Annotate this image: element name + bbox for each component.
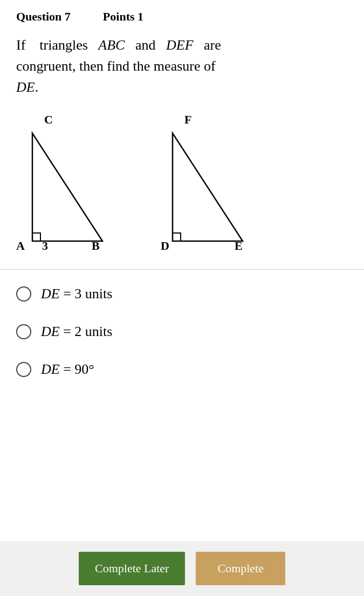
question-text: If triangles ABC and DEF are congruent, … <box>0 29 364 107</box>
radio-2[interactable] <box>16 324 31 339</box>
text-abc: ABC <box>98 37 125 53</box>
option-1[interactable]: DE = 3 units <box>16 286 348 302</box>
side-3-label: 3 <box>42 239 48 253</box>
vertex-e-label: E <box>235 239 243 253</box>
text-triangles: triangles <box>39 37 88 53</box>
vertex-a-label: A <box>16 239 25 253</box>
svg-marker-0 <box>32 133 102 241</box>
header: Question 7 Points 1 <box>0 0 364 29</box>
diagrams-area: C A 3 B F D E <box>0 107 364 269</box>
svg-marker-1 <box>173 133 243 241</box>
text-are-congruent: are <box>204 37 221 53</box>
question-label: Question 7 <box>16 10 71 24</box>
diagram-def: F D E <box>156 113 253 253</box>
vertex-b-label: B <box>92 239 100 253</box>
radio-1[interactable] <box>16 286 31 302</box>
text-rest: congruent, then find the measure of <box>16 58 216 74</box>
divider <box>0 269 364 270</box>
option-2-label: DE = 2 units <box>41 324 112 340</box>
complete-button[interactable]: Complete <box>196 552 285 585</box>
text-period: . <box>35 79 39 95</box>
points-label: Points 1 <box>103 10 143 24</box>
option-1-label: DE = 3 units <box>41 286 112 302</box>
options-area: DE = 3 units DE = 2 units DE = 90° <box>0 280 364 394</box>
option-3-label: DE = 90° <box>41 361 94 378</box>
radio-3[interactable] <box>16 362 31 377</box>
option-3[interactable]: DE = 90° <box>16 361 348 378</box>
diagram-abc: C A 3 B <box>16 113 113 253</box>
text-and: and <box>135 37 156 53</box>
complete-later-button[interactable]: Complete Later <box>79 552 185 585</box>
text-def: DEF <box>166 37 194 53</box>
text-if: If <box>16 37 25 53</box>
option-2[interactable]: DE = 2 units <box>16 324 348 340</box>
vertex-d-label: D <box>161 239 169 253</box>
footer: Complete Later Complete <box>0 541 364 596</box>
text-de: DE <box>16 79 35 95</box>
